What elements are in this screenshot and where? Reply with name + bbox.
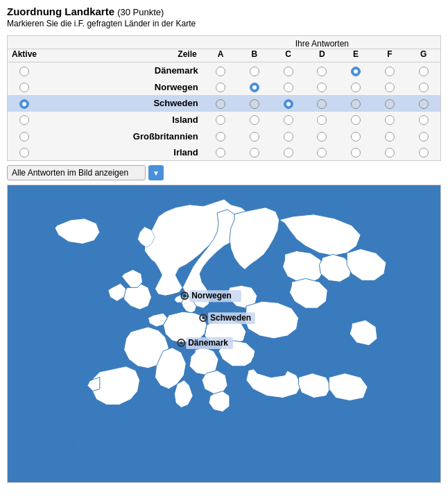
answer-radio-cell[interactable] bbox=[204, 79, 238, 96]
answer-radio-cell[interactable] bbox=[372, 62, 406, 79]
answer-radio-cell[interactable] bbox=[204, 128, 238, 144]
answer-radio-cell[interactable] bbox=[339, 144, 373, 161]
answer-radio-cell[interactable] bbox=[204, 62, 238, 79]
row-active-radio[interactable] bbox=[8, 62, 41, 79]
assignment-table: Ihre Antworten Aktive Zeile A B C D E F … bbox=[7, 35, 441, 161]
answer-radio-cell[interactable] bbox=[406, 144, 440, 161]
page-subtitle: Markieren Sie die i.F. gefragten Länder … bbox=[7, 19, 441, 28]
answer-radio-cell[interactable] bbox=[372, 128, 406, 144]
answer-radio-cell[interactable] bbox=[237, 128, 271, 144]
answer-radio-cell[interactable] bbox=[305, 95, 339, 112]
table-row: Dänemark bbox=[8, 62, 440, 79]
row-label: Dänemark bbox=[41, 62, 204, 79]
table-header-top: Ihre Antworten bbox=[8, 36, 440, 49]
row-label: Großbritannien bbox=[41, 128, 204, 144]
answer-radio-cell[interactable] bbox=[271, 95, 305, 112]
table-row: Schweden bbox=[8, 95, 440, 112]
map-svg: Norwegen Schweden Dänemark bbox=[8, 185, 440, 482]
svg-text:Norwegen: Norwegen bbox=[191, 291, 232, 301]
page-header: Zuordnung Landkarte (30 Punkte) Markiere… bbox=[0, 0, 448, 31]
answer-radio-cell[interactable] bbox=[339, 79, 373, 96]
map-container: Norwegen Schweden Dänemark bbox=[7, 185, 441, 483]
answer-radio-cell[interactable] bbox=[204, 144, 238, 161]
answer-radio-cell[interactable] bbox=[237, 62, 271, 79]
answer-radio-cell[interactable] bbox=[372, 95, 406, 112]
row-label: Schweden bbox=[41, 95, 204, 112]
svg-point-42 bbox=[180, 341, 182, 344]
answer-radio-cell[interactable] bbox=[406, 62, 440, 79]
svg-text:Dänemark: Dänemark bbox=[188, 338, 228, 348]
answer-radio-cell[interactable] bbox=[271, 62, 305, 79]
row-label: Island bbox=[41, 112, 204, 128]
dropdown-arrow-button[interactable] bbox=[148, 165, 164, 180]
page-title: Zuordnung Landkarte (30 Punkte) bbox=[7, 6, 441, 17]
row-label-header: Zeile bbox=[41, 49, 204, 62]
row-label: Irland bbox=[41, 144, 204, 161]
answer-radio-cell[interactable] bbox=[406, 128, 440, 144]
answer-radio-cell[interactable] bbox=[339, 62, 373, 79]
answer-radio-cell[interactable] bbox=[204, 95, 238, 112]
answer-radio-cell[interactable] bbox=[271, 112, 305, 128]
table-row: Norwegen bbox=[8, 79, 440, 96]
answer-radio-cell[interactable] bbox=[237, 112, 271, 128]
answers-header: Ihre Antworten bbox=[204, 36, 440, 49]
table-row: Irland bbox=[8, 144, 440, 161]
table-row: Island bbox=[8, 112, 440, 128]
svg-text:Schweden: Schweden bbox=[210, 313, 251, 323]
answer-radio-cell[interactable] bbox=[406, 79, 440, 96]
points-text: (30 Punkte) bbox=[117, 7, 164, 17]
answer-radio-cell[interactable] bbox=[305, 128, 339, 144]
answer-radio-cell[interactable] bbox=[305, 112, 339, 128]
row-active-radio[interactable] bbox=[8, 112, 41, 128]
svg-point-38 bbox=[183, 295, 186, 298]
answer-radio-cell[interactable] bbox=[372, 112, 406, 128]
answer-radio-cell[interactable] bbox=[271, 144, 305, 161]
answers-dropdown[interactable]: Alle Antworten im Bild anzeigen bbox=[7, 165, 146, 180]
answer-radio-cell[interactable] bbox=[204, 112, 238, 128]
answer-radio-cell[interactable] bbox=[406, 112, 440, 128]
active-col-header: Aktive bbox=[8, 49, 41, 62]
row-active-radio[interactable] bbox=[8, 95, 41, 112]
row-active-radio[interactable] bbox=[8, 79, 41, 96]
answer-radio-cell[interactable] bbox=[372, 79, 406, 96]
answer-radio-cell[interactable] bbox=[339, 128, 373, 144]
table-header-bottom: Aktive Zeile A B C D E F G bbox=[8, 49, 440, 62]
svg-point-40 bbox=[202, 316, 205, 319]
answer-radio-cell[interactable] bbox=[237, 95, 271, 112]
answer-radio-cell[interactable] bbox=[406, 95, 440, 112]
answer-radio-cell[interactable] bbox=[305, 62, 339, 79]
answer-radio-cell[interactable] bbox=[271, 128, 305, 144]
title-text: Zuordnung Landkarte bbox=[7, 6, 114, 17]
dropdown-row: Alle Antworten im Bild anzeigen bbox=[7, 165, 441, 180]
answer-radio-cell[interactable] bbox=[339, 112, 373, 128]
answer-radio-cell[interactable] bbox=[271, 79, 305, 96]
table-row: Großbritannien bbox=[8, 128, 440, 144]
row-active-radio[interactable] bbox=[8, 144, 41, 161]
answer-radio-cell[interactable] bbox=[237, 79, 271, 96]
answer-radio-cell[interactable] bbox=[305, 79, 339, 96]
answer-radio-cell[interactable] bbox=[237, 144, 271, 161]
answer-radio-cell[interactable] bbox=[339, 95, 373, 112]
answer-radio-cell[interactable] bbox=[372, 144, 406, 161]
answer-radio-cell[interactable] bbox=[305, 144, 339, 161]
row-label: Norwegen bbox=[41, 79, 204, 96]
row-active-radio[interactable] bbox=[8, 128, 41, 144]
